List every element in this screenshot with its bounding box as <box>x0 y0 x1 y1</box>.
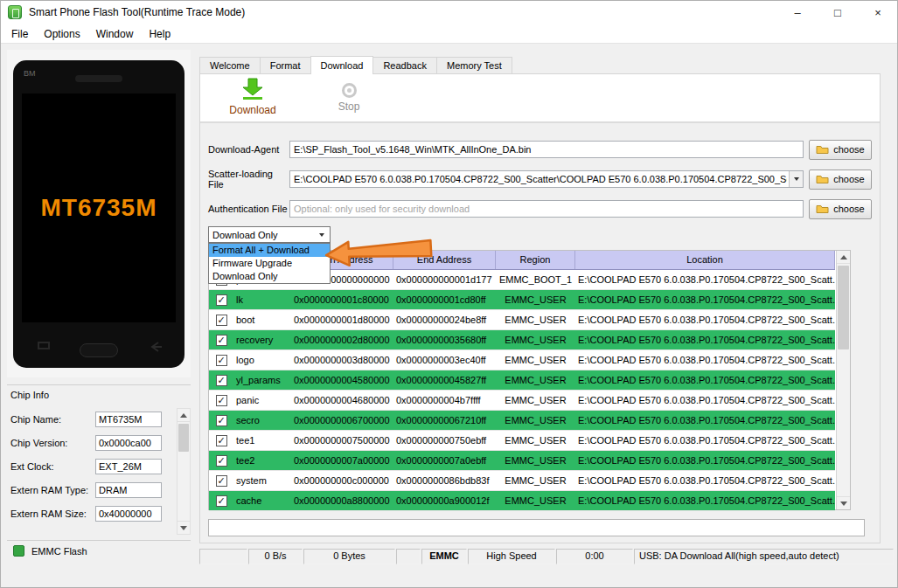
table-row[interactable]: ✓ logo 0x0000000003d80000 0x0000000003ec… <box>209 350 835 370</box>
download-mode-select[interactable]: Download Only <box>208 226 331 243</box>
scroll-up-icon[interactable] <box>837 251 850 264</box>
download-button[interactable]: Download <box>213 78 292 116</box>
row-checkbox[interactable]: ✓ <box>216 495 227 507</box>
maximize-button[interactable]: □ <box>818 0 858 24</box>
cell-region: EMMC_USER <box>496 411 575 430</box>
scroll-thumb[interactable] <box>178 424 189 452</box>
row-checkbox[interactable]: ✓ <box>216 375 227 386</box>
folder-icon <box>816 174 829 184</box>
scroll-down-icon[interactable] <box>178 521 190 534</box>
chip-field-label: Chip Name: <box>10 414 95 425</box>
choose-button-label: choose <box>833 144 864 155</box>
scatter-file-choose-button[interactable]: choose <box>809 169 872 190</box>
scroll-up-icon[interactable] <box>178 409 190 422</box>
chip-info-field: Chip Version: 0x0000ca00 <box>10 434 191 451</box>
menu-item-options[interactable]: Options <box>36 26 87 42</box>
row-checkbox[interactable]: ✓ <box>216 475 227 487</box>
menu-item-help[interactable]: Help <box>141 26 178 42</box>
chip-field-value[interactable]: EXT_26M <box>95 459 162 474</box>
dropdown-option[interactable]: Firmware Upgrade <box>209 257 330 270</box>
partition-table: Name Begin Address End Address Region Lo… <box>208 250 851 510</box>
status-usb-mode: USB: DA Download All(high speed,auto det… <box>634 549 894 564</box>
chip-field-label: Ext Clock: <box>10 461 95 472</box>
table-row[interactable]: ✓ lk 0x0000000001c80000 0x0000000001cd80… <box>209 290 835 310</box>
cell-name: logo <box>233 350 291 370</box>
cell-begin-address: 0x0000000001d80000 <box>291 310 393 329</box>
scroll-thumb[interactable] <box>838 266 849 349</box>
chip-field-value[interactable]: 0x40000000 <box>95 506 162 522</box>
cell-end-address: 0x00000000024be8ff <box>393 310 496 329</box>
emmc-flash-status: EMMC Flash <box>7 540 191 561</box>
cell-end-address: 0x000000000750ebff <box>393 431 496 450</box>
chip-field-value[interactable]: 0x0000ca00 <box>95 435 162 451</box>
chip-info-panel: Chip Info Chip Name: MT6735M Chip Versio… <box>7 384 191 540</box>
tab-readback[interactable]: Readback <box>372 57 437 73</box>
table-row[interactable]: ✓ secro 0x0000000006700000 0x00000000067… <box>209 411 835 431</box>
stop-button-label: Stop <box>310 100 388 113</box>
tab-memory-test[interactable]: Memory Test <box>436 57 512 73</box>
cell-name: tee2 <box>233 451 291 470</box>
chip-field-value[interactable]: MT6735M <box>95 412 162 427</box>
phone-image: BM MT6735M <box>13 60 184 368</box>
menu-item-file[interactable]: File <box>3 26 36 42</box>
stop-button[interactable]: Stop <box>310 81 388 113</box>
tab-welcome[interactable]: Welcome <box>199 57 261 73</box>
download-agent-input[interactable] <box>289 141 804 158</box>
row-checkbox[interactable]: ✓ <box>216 455 227 467</box>
phone-menu-key-icon <box>38 342 50 349</box>
table-row[interactable]: ✓ tee2 0x0000000007a00000 0x0000000007a0… <box>209 451 835 471</box>
table-row[interactable]: ✓ yl_params 0x0000000004580000 0x0000000… <box>209 370 835 391</box>
table-row[interactable]: ✓ panic 0x0000000004680000 0x0000000004b… <box>209 391 835 411</box>
cell-end-address: 0x00000000045827ff <box>393 370 496 390</box>
dropdown-option[interactable]: Download Only <box>209 270 330 283</box>
cell-region: EMMC_USER <box>496 290 575 309</box>
cell-begin-address: 0x0000000002d80000 <box>291 330 393 349</box>
scatter-file-input[interactable] <box>289 170 804 188</box>
dropdown-option[interactable]: Format All + Download <box>209 244 330 257</box>
scroll-down-icon[interactable] <box>837 496 850 509</box>
auth-file-row: Authentication File choose <box>208 198 872 219</box>
table-row[interactable]: ✓ boot 0x0000000001d80000 0x00000000024b… <box>209 310 835 330</box>
close-button[interactable]: × <box>858 0 898 24</box>
tab-bar: WelcomeFormatDownloadReadbackMemory Test <box>199 55 881 73</box>
download-agent-choose-button[interactable]: choose <box>809 140 872 160</box>
row-checkbox[interactable]: ✓ <box>216 315 227 326</box>
cell-name: recovery <box>233 330 291 349</box>
cell-region: EMMC_USER <box>496 491 575 510</box>
chip-field-label: Extern RAM Type: <box>10 485 95 495</box>
minimize-button[interactable]: – <box>777 0 818 24</box>
emmc-flash-label: EMMC Flash <box>31 546 87 557</box>
scatter-dropdown-arrow-icon[interactable] <box>789 171 803 187</box>
row-checkbox[interactable]: ✓ <box>216 335 227 346</box>
cell-region: EMMC_USER <box>496 310 575 329</box>
row-checkbox[interactable]: ✓ <box>216 395 227 406</box>
table-row[interactable]: ✓ tee1 0x0000000007500000 0x000000000750… <box>209 431 835 451</box>
cell-begin-address: 0x000000000c000000 <box>291 471 393 490</box>
table-row[interactable]: ✓ recovery 0x0000000002d80000 0x00000000… <box>209 330 835 350</box>
chip-info-fields: Chip Name: MT6735M Chip Version: 0x0000c… <box>7 411 191 522</box>
table-row[interactable]: ✓ cache 0x00000000a8800000 0x00000000a90… <box>209 491 835 511</box>
cell-name: panic <box>233 391 291 410</box>
header-location: Location <box>575 251 835 269</box>
auth-file-input[interactable] <box>289 200 804 218</box>
menu-item-window[interactable]: Window <box>88 26 142 42</box>
chip-field-value[interactable]: DRAM <box>95 482 162 498</box>
auth-file-choose-button[interactable]: choose <box>809 199 872 219</box>
tab-download[interactable]: Download <box>310 56 374 74</box>
cell-end-address: 0x0000000086bdb83f <box>393 471 496 490</box>
row-checkbox[interactable]: ✓ <box>216 415 227 426</box>
chip-info-scrollbar[interactable] <box>177 408 191 535</box>
cell-end-address: 0x000000000001d177 <box>393 270 496 289</box>
tab-format[interactable]: Format <box>260 57 311 73</box>
status-storage-type: EMMC <box>421 549 467 564</box>
partition-table-scrollbar[interactable] <box>836 251 850 509</box>
row-checkbox[interactable]: ✓ <box>216 355 227 366</box>
folder-icon <box>816 144 829 155</box>
phone-back-key-icon <box>150 342 164 355</box>
row-checkbox[interactable]: ✓ <box>216 294 227 306</box>
row-checkbox[interactable]: ✓ <box>216 435 227 446</box>
download-agent-label: Download-Agent <box>208 144 289 155</box>
cell-begin-address: 0x0000000003d80000 <box>291 350 393 370</box>
table-row[interactable]: ✓ system 0x000000000c000000 0x0000000086… <box>209 471 835 491</box>
cell-region: EMMC_BOOT_1 <box>496 270 575 289</box>
